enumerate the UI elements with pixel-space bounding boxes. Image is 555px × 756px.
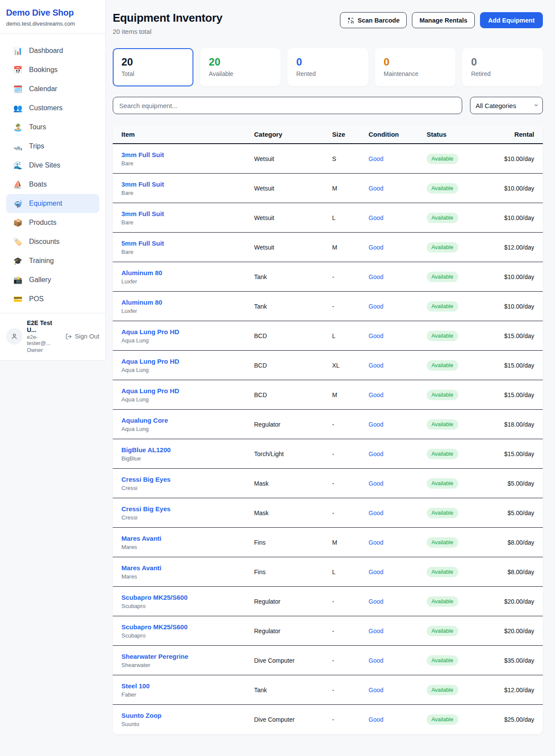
sidebar-item-discounts[interactable]: 🏷️ Discounts — [6, 232, 99, 251]
sidebar-item-pos[interactable]: 💳 POS — [6, 289, 99, 309]
table-row: Cressi Big Eyes Cressi Mask - Good Avail… — [113, 469, 543, 498]
item-name-link[interactable]: 5mm Full Suit — [121, 240, 254, 247]
user-email: e2e-tester@... — [27, 334, 61, 346]
stat-card-rented[interactable]: 0 Rented — [287, 48, 368, 86]
sidebar-item-customers[interactable]: 👥 Customers — [6, 99, 99, 118]
item-condition-link[interactable]: Good — [369, 214, 427, 221]
sidebar-item-training[interactable]: 🎓 Training — [6, 251, 99, 270]
sidebar-item-dive-sites[interactable]: 🌊 Dive Sites — [6, 156, 99, 175]
stats-row: 20 Total 20 Available 0 Rented 0 Mainten… — [113, 48, 543, 86]
item-name-link[interactable]: Cressi Big Eyes — [121, 505, 254, 513]
item-condition-link[interactable]: Good — [369, 716, 427, 723]
sidebar-item-boats[interactable]: ⛵ Boats — [6, 175, 99, 194]
item-category: Tank — [254, 273, 332, 280]
item-condition-link[interactable]: Good — [369, 362, 427, 369]
item-name-link[interactable]: Mares Avanti — [121, 564, 254, 572]
item-name-link[interactable]: Suunto Zoop — [121, 712, 254, 719]
sidebar-item-trips[interactable]: 🛥️ Trips — [6, 137, 99, 156]
item-condition-link[interactable]: Good — [369, 244, 427, 251]
category-select[interactable]: All Categories — [470, 97, 543, 114]
item-name-link[interactable]: Steel 100 — [121, 682, 254, 690]
item-name-link[interactable]: Scubapro MK25/S600 — [121, 594, 254, 601]
item-rental: $8.00/day — [490, 569, 543, 575]
manage-rentals-button[interactable]: Manage Rentals — [412, 12, 474, 28]
item-condition-link[interactable]: Good — [369, 391, 427, 398]
table-row: 3mm Full Suit Bare Wetsuit M Good Availa… — [113, 174, 543, 203]
item-brand: Luxfer — [121, 308, 254, 314]
sidebar-item-label: Tours — [29, 123, 46, 131]
filters-row: All Categories — [113, 97, 543, 114]
item-condition-link[interactable]: Good — [369, 687, 427, 694]
status-badge: Available — [427, 272, 458, 282]
item-category: Tank — [254, 303, 332, 310]
item-name-link[interactable]: Cressi Big Eyes — [121, 476, 254, 483]
item-condition-link[interactable]: Good — [369, 450, 427, 457]
item-condition-link[interactable]: Good — [369, 539, 427, 546]
item-rental: $20.00/day — [490, 628, 543, 634]
item-category: Wetsuit — [254, 214, 332, 221]
item-name-link[interactable]: Aqua Lung Pro HD — [121, 358, 254, 365]
item-name-link[interactable]: Mares Avanti — [121, 535, 254, 542]
status-badge: Available — [427, 242, 458, 253]
status-badge: Available — [427, 183, 458, 194]
scan-barcode-button[interactable]: Scan Barcode — [340, 12, 407, 28]
stat-card-retired[interactable]: 0 Retired — [462, 48, 543, 86]
sidebar-item-bookings[interactable]: 📅 Bookings — [6, 60, 99, 79]
item-size: - — [332, 716, 369, 723]
sidebar-item-gallery[interactable]: 📸 Gallery — [6, 270, 99, 289]
item-size: - — [332, 273, 369, 280]
table-row: 3mm Full Suit Bare Wetsuit L Good Availa… — [113, 203, 543, 233]
item-condition-link[interactable]: Good — [369, 273, 427, 280]
item-condition-link[interactable]: Good — [369, 155, 427, 162]
item-name-link[interactable]: Aqualung Core — [121, 417, 254, 424]
item-name-link[interactable]: 3mm Full Suit — [121, 210, 254, 217]
item-category: BCD — [254, 332, 332, 339]
sidebar-item-dashboard[interactable]: 📊 Dashboard — [6, 41, 99, 60]
scan-barcode-label: Scan Barcode — [358, 17, 400, 24]
item-cell: Suunto Zoop Suunto — [113, 712, 254, 727]
status-cell: Available — [427, 596, 490, 607]
item-name-link[interactable]: BigBlue AL1200 — [121, 446, 254, 454]
item-name-link[interactable]: Aluminum 80 — [121, 299, 254, 306]
item-size: L — [332, 332, 369, 339]
sidebar-item-tours[interactable]: 🏝️ Tours — [6, 118, 99, 137]
stat-card-total[interactable]: 20 Total — [113, 48, 193, 86]
sign-out-button[interactable]: Sign Out — [65, 333, 99, 340]
item-name-link[interactable]: Aqua Lung Pro HD — [121, 328, 254, 335]
item-condition-link[interactable]: Good — [369, 185, 427, 192]
item-name-link[interactable]: Shearwater Peregrine — [121, 653, 254, 660]
status-badge: Available — [427, 685, 458, 695]
table-header: Item Category Size Condition Status Rent… — [113, 125, 543, 144]
item-rental: $10.00/day — [490, 214, 543, 221]
item-condition-link[interactable]: Good — [369, 628, 427, 634]
item-condition-link[interactable]: Good — [369, 657, 427, 664]
item-condition-link[interactable]: Good — [369, 480, 427, 487]
stat-value: 20 — [209, 56, 272, 68]
item-rental: $15.00/day — [490, 362, 543, 369]
sidebar-item-equipment[interactable]: 🤿 Equipment — [6, 194, 99, 213]
sidebar-item-calendar[interactable]: 🗓️ Calendar — [6, 79, 99, 99]
status-cell: Available — [427, 242, 490, 253]
item-name-link[interactable]: 3mm Full Suit — [121, 151, 254, 158]
item-name-link[interactable]: 3mm Full Suit — [121, 181, 254, 188]
add-equipment-button[interactable]: Add Equipment — [480, 12, 543, 28]
item-condition-link[interactable]: Good — [369, 303, 427, 310]
item-condition-link[interactable]: Good — [369, 332, 427, 339]
item-condition-link[interactable]: Good — [369, 598, 427, 605]
table-row: Aqua Lung Pro HD Aqua Lung BCD XL Good A… — [113, 351, 543, 380]
search-input[interactable] — [113, 97, 462, 114]
item-condition-link[interactable]: Good — [369, 421, 427, 428]
sidebar-item-icon: 🏷️ — [13, 237, 23, 247]
item-size: L — [332, 569, 369, 575]
table-row: Shearwater Peregrine Shearwater Dive Com… — [113, 646, 543, 675]
stat-card-maintenance[interactable]: 0 Maintenance — [375, 48, 456, 86]
item-condition-link[interactable]: Good — [369, 509, 427, 516]
item-cell: 3mm Full Suit Bare — [113, 181, 254, 196]
sidebar-item-products[interactable]: 📦 Products — [6, 213, 99, 232]
item-name-link[interactable]: Scubapro MK25/S600 — [121, 623, 254, 631]
stat-card-available[interactable]: 20 Available — [200, 48, 281, 86]
item-name-link[interactable]: Aluminum 80 — [121, 269, 254, 276]
item-brand: Aqua Lung — [121, 396, 254, 403]
item-name-link[interactable]: Aqua Lung Pro HD — [121, 387, 254, 394]
item-condition-link[interactable]: Good — [369, 569, 427, 575]
